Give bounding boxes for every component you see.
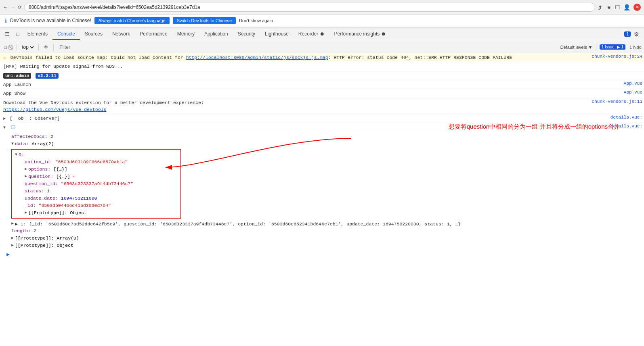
- question-id-key: question_id:: [25, 181, 58, 186]
- close-red-icon[interactable]: ✕: [634, 4, 641, 11]
- question-key: question:: [28, 174, 53, 179]
- data-expand[interactable]: ▼: [11, 142, 14, 146]
- console-content[interactable]: ⚠ DevTools failed to load source map: Co…: [0, 53, 644, 344]
- levels-button[interactable]: Default levels ▼: [560, 45, 593, 50]
- reload-icon[interactable]: ⟳: [18, 4, 22, 10]
- data-key: data:: [15, 141, 29, 146]
- observer-content: ► [__ob__: Observer]: [3, 115, 607, 122]
- inspect-icon[interactable]: □: [13, 29, 23, 40]
- status-val: 1: [47, 188, 50, 194]
- app-show-row: App Show App.vue: [0, 89, 644, 98]
- observer-row: ► [__ob__: Observer] details.vue:: [0, 114, 644, 123]
- share-icon[interactable]: ⮭: [598, 4, 603, 10]
- item0-key: 0:: [19, 152, 24, 157]
- data-val: Array(2): [31, 141, 54, 146]
- devtools-toggle-icon[interactable]: ☰: [2, 29, 13, 40]
- length-key: length:: [11, 228, 31, 233]
- annotation-text: 想要将question中相同的分为一组 并且将分成一组的options合并: [449, 123, 620, 131]
- option-id-row: option_id: "6503d603189f866d6570ab1a": [12, 158, 180, 166]
- person-icon[interactable]: 👤: [623, 4, 630, 10]
- status-key: status:: [25, 188, 44, 194]
- tab-network[interactable]: Network: [107, 29, 135, 40]
- tab-elements[interactable]: Elements: [23, 29, 52, 40]
- observer-expand[interactable]: ►: [3, 117, 6, 121]
- download-link[interactable]: https://github.com/vuejs/vue-devtools: [3, 107, 106, 112]
- proto-obj2-expand[interactable]: ►: [11, 243, 14, 248]
- eye-icon[interactable]: 👁: [42, 44, 50, 51]
- proto-arr-row: ► [[Prototype]]: Array(0): [5, 235, 644, 242]
- tablet-icon[interactable]: ☐: [615, 4, 620, 10]
- warning-text-2: : HTTP error: status code 404, net::ERR_…: [328, 55, 512, 60]
- warning-file[interactable]: chunk-vendors.js:24: [589, 54, 642, 59]
- hmr-message: [HMR] Waiting for update signal from WDS…: [3, 63, 639, 70]
- badge-row: uni-admin v2.3.11: [0, 71, 644, 81]
- options-row: ► options: [{…}]: [12, 166, 180, 173]
- warning-text-1: DevTools failed to load source map: Coul…: [10, 55, 186, 60]
- app-show-file[interactable]: App.vue: [621, 90, 642, 95]
- back-icon[interactable]: ←: [3, 4, 8, 10]
- item1-summary: ▶ 1: {_id: '6503d60c7ad52ddc642fb5e9', q…: [15, 221, 461, 227]
- issues-label: 1 Issue:: [602, 45, 616, 49]
- proto-arr-expand[interactable]: ►: [11, 236, 14, 240]
- issues-tab-badge[interactable]: 1: [623, 31, 631, 37]
- clear-console-icon[interactable]: ⃠: [10, 44, 13, 51]
- warning-message: ⚠ DevTools failed to load source map: Co…: [3, 54, 589, 61]
- length-val: 2: [34, 228, 36, 233]
- tab-application[interactable]: Application: [199, 29, 233, 40]
- tab-recorder[interactable]: Recorder ⏺: [294, 29, 329, 40]
- filter-input[interactable]: [57, 44, 558, 51]
- info-circle-icon: ℹ: [5, 18, 7, 24]
- obj-root-container: 想要将question中相同的分为一组 并且将分成一组的options合并 ▼ …: [0, 123, 644, 250]
- proto-obj-row: ► [[Prototype]]: Object: [12, 209, 180, 217]
- warning-link[interactable]: http://localhost:8080/admin/static/js/so…: [186, 55, 328, 60]
- tab-performance[interactable]: Performance: [135, 29, 172, 40]
- item1-row: ► ▶ 1: {_id: '6503d60c7ad52ddc642fb5e9',…: [5, 220, 644, 227]
- obj-info-icon[interactable]: ⓘ: [11, 125, 15, 130]
- item1-expand[interactable]: ►: [11, 221, 14, 226]
- tab-memory[interactable]: Memory: [172, 29, 199, 40]
- obj-expand[interactable]: ▼: [3, 125, 6, 130]
- dismiss-button[interactable]: Don't show again: [239, 18, 273, 23]
- forward-icon[interactable]: →: [10, 4, 15, 10]
- app-launch-row: App Launch App.vue: [0, 80, 644, 89]
- settings-gear-icon[interactable]: ⚙: [631, 29, 642, 40]
- download-text: Download the Vue Devtools extension for …: [3, 100, 204, 105]
- warning-icon: ⚠: [3, 55, 6, 60]
- hidden-count: 1 hidd: [627, 45, 642, 50]
- options-expand[interactable]: ►: [25, 167, 27, 171]
- obj-data-row: ▼ data: Array(2): [5, 140, 644, 148]
- sidebar-icon[interactable]: □: [2, 44, 8, 51]
- observer-file[interactable]: details.vue:: [607, 115, 642, 120]
- tab-sources[interactable]: Sources: [80, 29, 107, 40]
- item0-expand[interactable]: ▼: [15, 152, 17, 157]
- options-val: [{…}]: [53, 167, 67, 172]
- console-warning-row: ⚠ DevTools failed to load source map: Co…: [0, 53, 644, 62]
- item0-header-row: ▼ 0:: [12, 151, 180, 158]
- tab-security[interactable]: Security: [233, 29, 260, 40]
- browser-bar: ← → ⟳ ⮭ ★ ☐ 👤 ✕: [0, 0, 644, 15]
- issues-count: ▶ 1: [617, 45, 623, 49]
- switch-devtools-button[interactable]: Switch DevTools to Chinese: [173, 17, 236, 24]
- download-content: Download the Vue Devtools extension for …: [3, 99, 589, 113]
- match-language-button[interactable]: Always match Chrome's language: [94, 17, 170, 24]
- affecteddocs-key: affectedDocs:: [11, 134, 48, 139]
- question-expand[interactable]: ►: [25, 174, 27, 179]
- proto-obj-expand[interactable]: ►: [25, 211, 27, 215]
- url-bar[interactable]: [24, 3, 595, 12]
- notification-bar: ℹ DevTools is now available in Chinese! …: [0, 15, 644, 27]
- update-date-val: 1694750211000: [61, 196, 97, 201]
- download-file[interactable]: chunk-vendors.js:11: [589, 99, 642, 104]
- separator-1: [17, 44, 17, 50]
- star-icon[interactable]: ★: [606, 4, 612, 10]
- console-caret[interactable]: ►: [3, 250, 13, 259]
- tab-lighthouse[interactable]: Lighthouse: [260, 29, 294, 40]
- length-row: length: 2: [5, 227, 644, 235]
- issues-badge[interactable]: 1 Issue: ▶ 1: [600, 44, 625, 50]
- app-launch-text: App Launch: [3, 81, 621, 88]
- app-launch-file[interactable]: App.vue: [621, 81, 642, 86]
- proto-obj-label: [[Prototype]]: Object: [28, 210, 87, 215]
- tab-performance-insights[interactable]: Performance insights ⏺: [329, 29, 391, 40]
- context-select[interactable]: top: [20, 44, 35, 50]
- tab-console[interactable]: Console: [52, 29, 80, 40]
- option-id-val: "6503d603189f866d6570ab1a": [55, 159, 128, 165]
